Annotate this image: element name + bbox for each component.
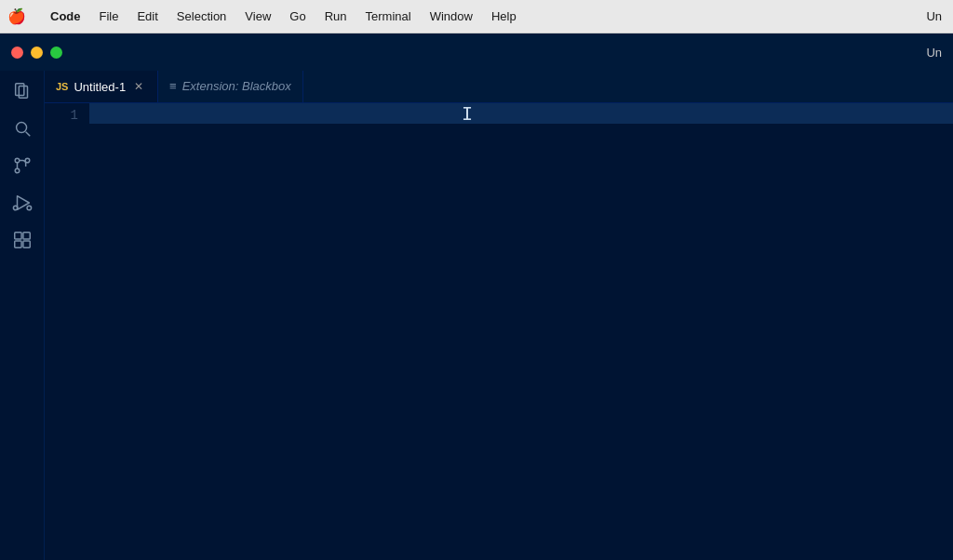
menu-code[interactable]: Code — [41, 6, 90, 27]
tab-close-button[interactable]: ✕ — [131, 79, 146, 94]
source-control-icon[interactable] — [6, 149, 39, 182]
svg-point-4 — [15, 158, 20, 163]
text-cursor-icon: 𝙸 — [462, 105, 473, 126]
svg-line-3 — [25, 132, 30, 137]
search-icon[interactable] — [6, 112, 39, 145]
explorer-icon[interactable] — [6, 74, 39, 108]
vscode-window: Un — [0, 33, 953, 560]
menu-edit[interactable]: Edit — [128, 6, 167, 27]
svg-point-2 — [16, 123, 26, 133]
main-content: JS Untitled-1 ✕ ≡ Extension: Blackbox 1 … — [0, 71, 953, 560]
titlebar: Un — [0, 33, 953, 71]
svg-rect-0 — [15, 84, 23, 96]
extension-tab-icon: ≡ — [169, 79, 177, 93]
tab-untitled-label: Untitled-1 — [74, 80, 126, 94]
editor-lines[interactable]: 𝙸 — [89, 103, 953, 560]
apple-logo-icon: 🍎 — [7, 7, 26, 25]
menu-bar: 🍎 Code File Edit Selection View Go Run T… — [0, 0, 953, 33]
menu-selection[interactable]: Selection — [168, 6, 235, 27]
tab-blackbox-label: Extension: Blackbox — [182, 79, 291, 93]
svg-point-8 — [13, 206, 18, 210]
svg-point-9 — [27, 206, 32, 210]
traffic-lights — [11, 47, 62, 59]
menu-run[interactable]: Run — [315, 6, 356, 27]
tab-bar: JS Untitled-1 ✕ ≡ Extension: Blackbox — [45, 71, 953, 103]
menu-terminal[interactable]: Terminal — [356, 6, 421, 27]
extensions-icon[interactable] — [6, 223, 39, 257]
line-number-1: 1 — [71, 105, 78, 126]
svg-point-5 — [15, 168, 20, 173]
maximize-button[interactable] — [50, 47, 62, 59]
titlebar-right-text: Un — [926, 46, 942, 60]
line-numbers: 1 — [45, 103, 89, 560]
menu-view[interactable]: View — [235, 6, 280, 27]
menu-file[interactable]: File — [90, 6, 128, 27]
run-debug-icon[interactable] — [6, 186, 39, 220]
close-button[interactable] — [11, 47, 23, 59]
svg-rect-12 — [14, 241, 20, 247]
minimize-button[interactable] — [31, 47, 43, 59]
editor-line-1[interactable]: 𝙸 — [89, 103, 953, 124]
activity-bar — [0, 71, 45, 560]
svg-rect-13 — [22, 241, 29, 247]
tab-blackbox[interactable]: ≡ Extension: Blackbox — [158, 71, 303, 102]
menu-go[interactable]: Go — [280, 6, 315, 27]
menu-help[interactable]: Help — [482, 6, 526, 27]
tab-untitled[interactable]: JS Untitled-1 ✕ — [45, 71, 158, 102]
svg-rect-1 — [19, 87, 27, 99]
editor-area: JS Untitled-1 ✕ ≡ Extension: Blackbox 1 … — [45, 71, 953, 560]
svg-rect-10 — [14, 233, 20, 239]
menu-window[interactable]: Window — [421, 6, 482, 27]
js-file-icon: JS — [56, 81, 68, 92]
svg-rect-11 — [22, 233, 29, 239]
editor-content[interactable]: 1 𝙸 — [45, 103, 953, 560]
menu-right-label: Un — [926, 9, 946, 23]
